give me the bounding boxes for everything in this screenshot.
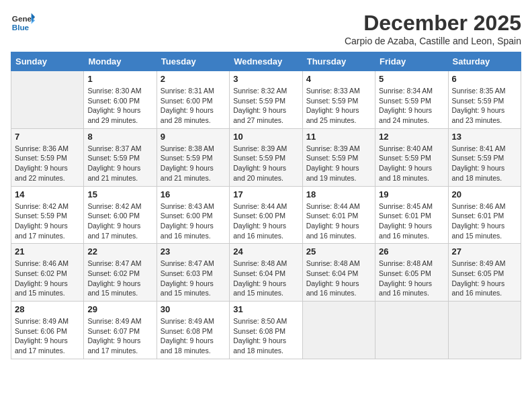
calendar-cell: 14Sunrise: 8:42 AMSunset: 5:59 PMDayligh… (11, 186, 84, 244)
day-info: Sunrise: 8:41 AMSunset: 5:59 PMDaylight:… (452, 144, 517, 183)
title-block: December 2025 Carpio de Azaba, Castille … (345, 11, 521, 46)
calendar-week-row: 21Sunrise: 8:46 AMSunset: 6:02 PMDayligh… (11, 244, 521, 302)
day-number: 15 (87, 189, 152, 199)
day-number: 23 (161, 246, 226, 257)
day-info: Sunrise: 8:49 AMSunset: 6:05 PMDaylight:… (452, 259, 517, 298)
day-info: Sunrise: 8:49 AMSunset: 6:08 PMDaylight:… (161, 316, 226, 356)
logo: General Blue (11, 11, 35, 35)
day-info: Sunrise: 8:43 AMSunset: 6:00 PMDaylight:… (161, 201, 226, 241)
day-number: 18 (306, 189, 371, 199)
calendar-week-row: 1Sunrise: 8:30 AMSunset: 6:00 PMDaylight… (11, 71, 521, 129)
calendar-cell: 16Sunrise: 8:43 AMSunset: 6:00 PMDayligh… (157, 186, 229, 244)
day-info: Sunrise: 8:39 AMSunset: 5:59 PMDaylight:… (306, 144, 371, 183)
day-info: Sunrise: 8:32 AMSunset: 5:59 PMDaylight:… (233, 86, 298, 126)
calendar-cell: 4Sunrise: 8:33 AMSunset: 5:59 PMDaylight… (302, 71, 375, 129)
calendar-week-row: 7Sunrise: 8:36 AMSunset: 5:59 PMDaylight… (11, 128, 521, 186)
day-number: 20 (452, 189, 517, 199)
calendar-cell: 26Sunrise: 8:48 AMSunset: 6:05 PMDayligh… (375, 244, 448, 302)
calendar-cell: 31Sunrise: 8:50 AMSunset: 6:08 PMDayligh… (230, 302, 302, 359)
calendar-cell: 11Sunrise: 8:39 AMSunset: 5:59 PMDayligh… (302, 128, 375, 186)
calendar-cell (302, 302, 375, 359)
calendar-cell: 22Sunrise: 8:47 AMSunset: 6:02 PMDayligh… (84, 244, 157, 302)
day-number: 1 (87, 74, 152, 84)
calendar-cell: 21Sunrise: 8:46 AMSunset: 6:02 PMDayligh… (11, 244, 84, 302)
day-number: 29 (87, 304, 152, 314)
calendar-cell: 10Sunrise: 8:39 AMSunset: 5:59 PMDayligh… (230, 128, 302, 186)
day-number: 21 (15, 246, 80, 257)
day-info: Sunrise: 8:48 AMSunset: 6:05 PMDaylight:… (379, 259, 444, 298)
month-title: December 2025 (345, 11, 521, 36)
location-subtitle: Carpio de Azaba, Castille and Leon, Spai… (345, 36, 521, 46)
day-info: Sunrise: 8:40 AMSunset: 5:59 PMDaylight:… (379, 144, 444, 183)
day-info: Sunrise: 8:44 AMSunset: 6:01 PMDaylight:… (306, 201, 371, 241)
day-info: Sunrise: 8:34 AMSunset: 5:59 PMDaylight:… (379, 86, 444, 126)
day-info: Sunrise: 8:50 AMSunset: 6:08 PMDaylight:… (233, 316, 298, 356)
day-info: Sunrise: 8:36 AMSunset: 5:59 PMDaylight:… (15, 144, 80, 183)
day-info: Sunrise: 8:46 AMSunset: 6:01 PMDaylight:… (452, 201, 517, 241)
day-number: 26 (379, 246, 444, 257)
weekday-header-sunday: Sunday (11, 52, 84, 71)
day-info: Sunrise: 8:39 AMSunset: 5:59 PMDaylight:… (233, 144, 298, 183)
calendar-cell: 29Sunrise: 8:49 AMSunset: 6:07 PMDayligh… (84, 302, 157, 359)
day-info: Sunrise: 8:48 AMSunset: 6:04 PMDaylight:… (306, 259, 371, 298)
calendar-cell (11, 71, 84, 129)
weekday-header-friday: Friday (375, 52, 448, 71)
calendar-cell: 1Sunrise: 8:30 AMSunset: 6:00 PMDaylight… (84, 71, 157, 129)
calendar-cell: 6Sunrise: 8:35 AMSunset: 5:59 PMDaylight… (448, 71, 521, 129)
weekday-header-saturday: Saturday (448, 52, 521, 71)
day-info: Sunrise: 8:48 AMSunset: 6:04 PMDaylight:… (233, 259, 298, 298)
day-number: 22 (87, 246, 152, 257)
day-number: 25 (306, 246, 371, 257)
day-number: 4 (306, 74, 371, 84)
day-number: 16 (161, 189, 226, 199)
calendar-cell: 5Sunrise: 8:34 AMSunset: 5:59 PMDaylight… (375, 71, 448, 129)
calendar-cell: 18Sunrise: 8:44 AMSunset: 6:01 PMDayligh… (302, 186, 375, 244)
weekday-header-row: SundayMondayTuesdayWednesdayThursdayFrid… (11, 52, 521, 71)
day-number: 7 (15, 132, 80, 142)
calendar-cell: 8Sunrise: 8:37 AMSunset: 5:59 PMDaylight… (84, 128, 157, 186)
day-info: Sunrise: 8:47 AMSunset: 6:03 PMDaylight:… (161, 259, 226, 298)
day-info: Sunrise: 8:46 AMSunset: 6:02 PMDaylight:… (15, 259, 80, 298)
day-info: Sunrise: 8:49 AMSunset: 6:06 PMDaylight:… (15, 316, 80, 356)
calendar-week-row: 28Sunrise: 8:49 AMSunset: 6:06 PMDayligh… (11, 302, 521, 359)
day-number: 5 (379, 74, 444, 84)
day-number: 8 (87, 132, 152, 142)
day-number: 11 (306, 132, 371, 142)
calendar-cell: 15Sunrise: 8:42 AMSunset: 6:00 PMDayligh… (84, 186, 157, 244)
day-info: Sunrise: 8:42 AMSunset: 6:00 PMDaylight:… (87, 201, 152, 241)
day-number: 24 (233, 246, 298, 257)
day-number: 17 (233, 189, 298, 199)
calendar-cell: 20Sunrise: 8:46 AMSunset: 6:01 PMDayligh… (448, 186, 521, 244)
day-info: Sunrise: 8:37 AMSunset: 5:59 PMDaylight:… (87, 144, 152, 183)
calendar-header: SundayMondayTuesdayWednesdayThursdayFrid… (11, 52, 521, 71)
weekday-header-wednesday: Wednesday (230, 52, 302, 71)
calendar-cell: 7Sunrise: 8:36 AMSunset: 5:59 PMDaylight… (11, 128, 84, 186)
day-info: Sunrise: 8:33 AMSunset: 5:59 PMDaylight:… (306, 86, 371, 126)
day-info: Sunrise: 8:35 AMSunset: 5:59 PMDaylight:… (452, 86, 517, 126)
day-info: Sunrise: 8:44 AMSunset: 6:00 PMDaylight:… (233, 201, 298, 241)
calendar-cell: 2Sunrise: 8:31 AMSunset: 6:00 PMDaylight… (157, 71, 229, 129)
day-info: Sunrise: 8:42 AMSunset: 5:59 PMDaylight:… (15, 201, 80, 241)
calendar-cell: 12Sunrise: 8:40 AMSunset: 5:59 PMDayligh… (375, 128, 448, 186)
calendar-cell: 24Sunrise: 8:48 AMSunset: 6:04 PMDayligh… (230, 244, 302, 302)
calendar-table: SundayMondayTuesdayWednesdayThursdayFrid… (11, 52, 521, 359)
day-number: 14 (15, 189, 80, 199)
calendar-cell (375, 302, 448, 359)
day-number: 9 (161, 132, 226, 142)
calendar-body: 1Sunrise: 8:30 AMSunset: 6:00 PMDaylight… (11, 71, 521, 359)
calendar-cell: 25Sunrise: 8:48 AMSunset: 6:04 PMDayligh… (302, 244, 375, 302)
day-number: 3 (233, 74, 298, 84)
day-number: 10 (233, 132, 298, 142)
weekday-header-monday: Monday (84, 52, 157, 71)
day-number: 12 (379, 132, 444, 142)
calendar-cell (448, 302, 521, 359)
day-number: 6 (452, 74, 517, 84)
calendar-cell: 9Sunrise: 8:38 AMSunset: 5:59 PMDaylight… (157, 128, 229, 186)
day-info: Sunrise: 8:31 AMSunset: 6:00 PMDaylight:… (161, 86, 226, 126)
calendar-cell: 17Sunrise: 8:44 AMSunset: 6:00 PMDayligh… (230, 186, 302, 244)
svg-text:Blue: Blue (12, 23, 30, 32)
day-info: Sunrise: 8:30 AMSunset: 6:00 PMDaylight:… (87, 86, 152, 126)
day-number: 30 (161, 304, 226, 314)
day-number: 13 (452, 132, 517, 142)
calendar-cell: 13Sunrise: 8:41 AMSunset: 5:59 PMDayligh… (448, 128, 521, 186)
